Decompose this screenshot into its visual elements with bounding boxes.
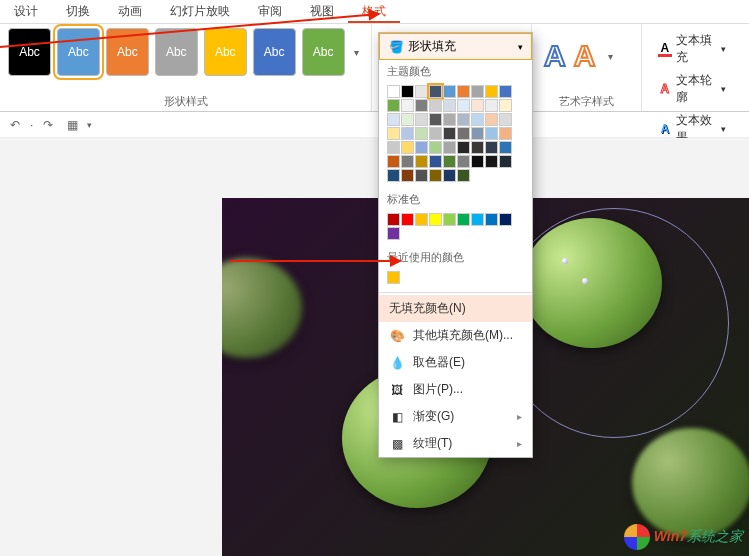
theme-color-swatch[interactable] <box>457 155 470 168</box>
theme-color-swatch[interactable] <box>387 99 400 112</box>
shape-style-more[interactable]: ▾ <box>351 28 363 76</box>
shape-style-2[interactable]: Abc <box>57 28 100 76</box>
theme-color-swatch[interactable] <box>415 127 428 140</box>
theme-color-swatch[interactable] <box>471 113 484 126</box>
shape-style-7[interactable]: Abc <box>302 28 345 76</box>
theme-color-swatch[interactable] <box>457 169 470 182</box>
theme-color-swatch[interactable] <box>499 155 512 168</box>
theme-color-swatch[interactable] <box>485 141 498 154</box>
layout-button[interactable]: ▦ <box>63 116 81 134</box>
standard-color-swatch[interactable] <box>485 213 498 226</box>
tab-animation[interactable]: 动画 <box>104 0 156 23</box>
standard-color-swatch[interactable] <box>429 213 442 226</box>
theme-color-swatch[interactable] <box>401 169 414 182</box>
theme-color-swatch[interactable] <box>499 99 512 112</box>
more-colors-item[interactable]: 🎨 其他填充颜色(M)... <box>379 322 532 349</box>
theme-color-swatch[interactable] <box>429 99 442 112</box>
shape-style-5[interactable]: Abc <box>204 28 247 76</box>
theme-color-swatch[interactable] <box>485 127 498 140</box>
slide-canvas[interactable] <box>0 138 749 556</box>
theme-color-swatch[interactable] <box>443 127 456 140</box>
theme-color-swatch[interactable] <box>415 155 428 168</box>
shape-style-4[interactable]: Abc <box>155 28 198 76</box>
theme-color-swatch[interactable] <box>471 127 484 140</box>
theme-color-swatch[interactable] <box>387 127 400 140</box>
theme-color-swatch[interactable] <box>471 85 484 98</box>
theme-color-swatch[interactable] <box>471 155 484 168</box>
standard-color-swatch[interactable] <box>415 213 428 226</box>
theme-color-swatch[interactable] <box>443 169 456 182</box>
tab-transition[interactable]: 切换 <box>52 0 104 23</box>
theme-color-swatch[interactable] <box>401 85 414 98</box>
shape-oval-selection[interactable] <box>499 208 729 438</box>
theme-color-swatch[interactable] <box>429 169 442 182</box>
tab-design[interactable]: 设计 <box>0 0 52 23</box>
theme-color-swatch[interactable] <box>415 113 428 126</box>
theme-color-swatch[interactable] <box>457 141 470 154</box>
recent-color-swatch[interactable] <box>387 271 400 284</box>
theme-color-swatch[interactable] <box>443 99 456 112</box>
standard-color-swatch[interactable] <box>401 213 414 226</box>
theme-color-swatch[interactable] <box>499 113 512 126</box>
tab-review[interactable]: 审阅 <box>244 0 296 23</box>
theme-color-swatch[interactable] <box>485 99 498 112</box>
theme-color-swatch[interactable] <box>415 141 428 154</box>
wordart-style-1[interactable]: A <box>544 39 566 73</box>
theme-color-swatch[interactable] <box>387 141 400 154</box>
theme-color-swatch[interactable] <box>387 155 400 168</box>
standard-color-swatch[interactable] <box>457 213 470 226</box>
tab-slideshow[interactable]: 幻灯片放映 <box>156 0 244 23</box>
theme-color-swatch[interactable] <box>499 141 512 154</box>
tab-view[interactable]: 视图 <box>296 0 348 23</box>
shape-style-6[interactable]: Abc <box>253 28 296 76</box>
theme-color-swatch[interactable] <box>429 155 442 168</box>
text-outline-button[interactable]: A文本轮廓▾ <box>652 70 732 108</box>
shape-fill-button[interactable]: 🪣 形状填充 ▾ <box>379 33 532 60</box>
theme-color-swatch[interactable] <box>485 155 498 168</box>
theme-color-swatch[interactable] <box>443 85 456 98</box>
standard-color-swatch[interactable] <box>387 213 400 226</box>
wordart-style-2[interactable]: A <box>574 39 596 73</box>
standard-color-swatch[interactable] <box>443 213 456 226</box>
no-fill-item[interactable]: 无填充颜色(N) <box>379 295 532 322</box>
text-fill-button[interactable]: A文本填充▾ <box>652 30 732 68</box>
theme-color-swatch[interactable] <box>457 85 470 98</box>
theme-color-swatch[interactable] <box>401 141 414 154</box>
theme-color-swatch[interactable] <box>415 99 428 112</box>
theme-color-swatch[interactable] <box>415 169 428 182</box>
shape-style-3[interactable]: Abc <box>106 28 149 76</box>
standard-color-swatch[interactable] <box>499 213 512 226</box>
theme-color-swatch[interactable] <box>457 113 470 126</box>
standard-color-swatch[interactable] <box>471 213 484 226</box>
theme-color-swatch[interactable] <box>401 113 414 126</box>
theme-color-swatch[interactable] <box>429 113 442 126</box>
picture-fill-item[interactable]: 🖼 图片(P)... <box>379 376 532 403</box>
theme-color-swatch[interactable] <box>499 85 512 98</box>
theme-color-swatch[interactable] <box>401 155 414 168</box>
theme-color-swatch[interactable] <box>457 99 470 112</box>
theme-color-swatch[interactable] <box>443 155 456 168</box>
standard-color-swatch[interactable] <box>387 227 400 240</box>
theme-color-swatch[interactable] <box>401 127 414 140</box>
theme-color-swatch[interactable] <box>485 113 498 126</box>
tab-format[interactable]: 格式 <box>348 0 400 23</box>
theme-color-swatch[interactable] <box>387 85 400 98</box>
theme-color-swatch[interactable] <box>387 113 400 126</box>
undo-button[interactable]: ↶ <box>6 116 24 134</box>
theme-color-swatch[interactable] <box>401 99 414 112</box>
theme-color-swatch[interactable] <box>457 127 470 140</box>
theme-color-swatch[interactable] <box>499 127 512 140</box>
theme-color-swatch[interactable] <box>429 127 442 140</box>
dropdown-arrow-icon[interactable]: ▾ <box>87 120 92 130</box>
theme-color-swatch[interactable] <box>485 85 498 98</box>
theme-color-swatch[interactable] <box>387 169 400 182</box>
theme-color-swatch[interactable] <box>443 141 456 154</box>
gradient-fill-item[interactable]: ◧ 渐变(G) ▸ <box>379 403 532 430</box>
eyedropper-item[interactable]: 💧 取色器(E) <box>379 349 532 376</box>
texture-fill-item[interactable]: ▩ 纹理(T) ▸ <box>379 430 532 457</box>
theme-color-swatch[interactable] <box>443 113 456 126</box>
shape-style-1[interactable]: Abc <box>8 28 51 76</box>
theme-color-swatch[interactable] <box>471 99 484 112</box>
theme-color-swatch[interactable] <box>415 85 428 98</box>
theme-color-swatch[interactable] <box>429 141 442 154</box>
